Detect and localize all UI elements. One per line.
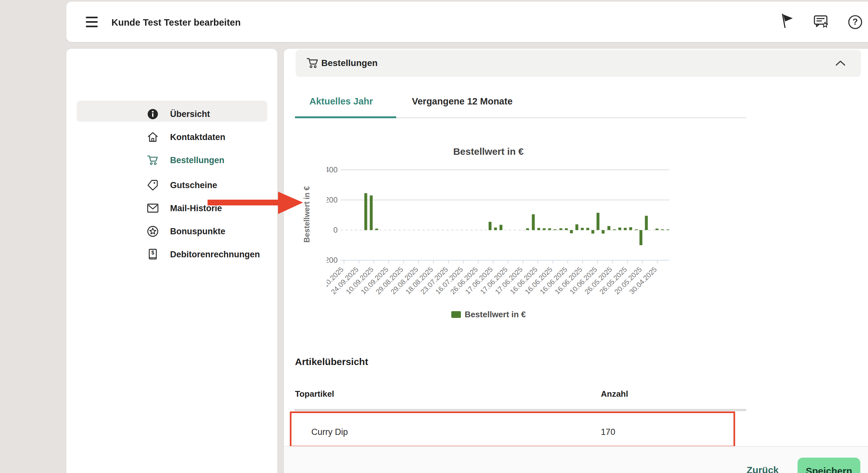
bar bbox=[602, 230, 605, 234]
bar bbox=[489, 222, 492, 230]
sidebar-item-label: Mail-Historie bbox=[170, 204, 222, 213]
bar bbox=[629, 227, 632, 230]
tag-icon bbox=[147, 179, 159, 191]
save-button[interactable]: Speichern bbox=[798, 457, 860, 473]
feedback-icon[interactable] bbox=[813, 14, 829, 30]
bar bbox=[613, 230, 616, 230]
bar bbox=[565, 228, 568, 230]
hamburger-menu-icon[interactable] bbox=[86, 17, 98, 27]
bar bbox=[597, 213, 599, 230]
bar bbox=[500, 225, 502, 230]
column-header-topartikel: Topartikel bbox=[295, 389, 334, 399]
chart-legend: Bestellwert in € bbox=[327, 309, 650, 320]
tab-current-year[interactable]: Aktuelles Jahr bbox=[309, 96, 373, 107]
bar bbox=[645, 216, 648, 230]
star-icon bbox=[147, 226, 159, 237]
sidebar-item-label: Gutscheine bbox=[170, 180, 217, 190]
order-value-bar-chart: 4002000-20006.10.202524.09.202510.09.202… bbox=[327, 160, 677, 308]
bar bbox=[560, 228, 562, 230]
orders-section-header[interactable]: Bestellungen bbox=[296, 50, 861, 77]
top-bar: Kunde Test Tester bearbeiten ? bbox=[66, 2, 868, 42]
footer-divider bbox=[284, 446, 868, 447]
home-icon bbox=[147, 131, 159, 143]
back-button[interactable]: Zurück bbox=[742, 465, 783, 473]
bar bbox=[624, 228, 627, 230]
chevron-up-icon[interactable] bbox=[835, 60, 845, 66]
orders-section-title: Bestellungen bbox=[321, 58, 378, 68]
cell-topartikel: Curry Dip bbox=[311, 427, 348, 437]
sidebar-item-label: Kontaktdaten bbox=[170, 132, 225, 142]
annotation-red-rectangle bbox=[290, 411, 735, 447]
y-tick-label: 400 bbox=[327, 165, 338, 174]
bar bbox=[619, 228, 621, 230]
bar bbox=[608, 226, 611, 230]
chart-y-axis-label: Bestellwert in € bbox=[302, 179, 311, 249]
chart-title: Bestellwert in € bbox=[327, 146, 650, 157]
cell-anzahl: 170 bbox=[601, 427, 615, 437]
y-tick-label: -200 bbox=[327, 256, 338, 264]
bar bbox=[532, 214, 535, 230]
y-tick-label: 0 bbox=[334, 226, 338, 234]
bar bbox=[375, 229, 378, 230]
sidebar: ÜbersichtKontaktdatenBestellungenGutsche… bbox=[66, 49, 277, 473]
bar bbox=[548, 228, 551, 230]
mail-icon bbox=[147, 203, 159, 214]
sidebar-item-label: Bonuspunkte bbox=[170, 227, 225, 237]
y-tick-label: 200 bbox=[327, 196, 338, 204]
bar bbox=[526, 228, 529, 230]
active-tab-underline bbox=[295, 116, 396, 118]
svg-text:$: $ bbox=[152, 250, 154, 256]
legend-swatch bbox=[451, 311, 461, 318]
invoice-icon: $ bbox=[147, 249, 159, 260]
bar bbox=[586, 228, 589, 230]
sidebar-item-label: Bestellungen bbox=[170, 155, 224, 165]
bar bbox=[640, 230, 643, 245]
bar bbox=[494, 228, 497, 230]
bar bbox=[554, 230, 557, 230]
column-header-anzahl: Anzahl bbox=[601, 389, 628, 399]
bar bbox=[543, 228, 546, 230]
bar bbox=[656, 229, 658, 230]
cart-icon bbox=[307, 57, 319, 69]
bar bbox=[370, 196, 373, 230]
tabs-divider bbox=[396, 117, 746, 118]
sidebar-item-label: Debitorenrechnungen bbox=[170, 249, 260, 260]
bar bbox=[365, 193, 367, 230]
bar bbox=[666, 230, 670, 230]
help-icon[interactable]: ? bbox=[847, 14, 863, 30]
bar bbox=[537, 228, 540, 230]
bar bbox=[581, 228, 584, 230]
bar bbox=[576, 224, 579, 230]
legend-label: Bestellwert in € bbox=[465, 309, 526, 320]
bar bbox=[570, 230, 573, 233]
bar bbox=[661, 230, 664, 230]
bar bbox=[635, 230, 638, 230]
bar bbox=[592, 230, 594, 234]
info-icon bbox=[147, 108, 159, 120]
flag-icon[interactable] bbox=[779, 13, 794, 29]
table-header-divider bbox=[294, 409, 746, 411]
sidebar-item-label: Übersicht bbox=[170, 109, 210, 119]
articles-heading: Artikelübersicht bbox=[295, 356, 368, 367]
page-title: Kunde Test Tester bearbeiten bbox=[112, 17, 241, 28]
tab-past-12-months[interactable]: Vergangene 12 Monate bbox=[412, 96, 513, 107]
cart-icon bbox=[147, 154, 159, 166]
svg-text:?: ? bbox=[852, 17, 858, 27]
